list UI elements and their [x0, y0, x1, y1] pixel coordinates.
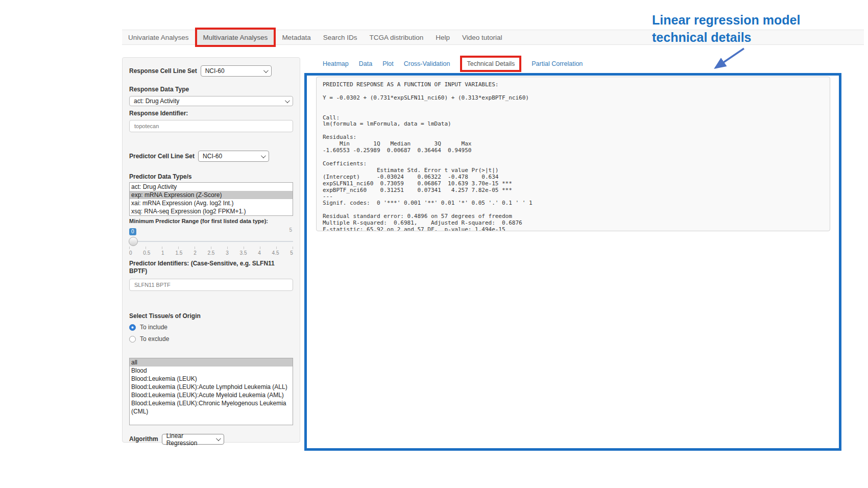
min-predictor-range-slider: 0 5 0 0.5 1 1.5 2 2.5 3 3.5 4 4.5 5 [129, 226, 293, 256]
slider-tick-label: 2 [194, 250, 197, 256]
annotation-line-2: technical details [652, 29, 800, 46]
predictor-cell-line-set-select[interactable]: NCI-60 [198, 151, 269, 162]
slider-tick-label: 4.5 [272, 250, 279, 256]
list-option-selected[interactable]: all [130, 358, 293, 367]
slider-tick-marks [129, 247, 293, 249]
analysis-settings-sidebar: Response Cell Line Set NCI-60 Response D… [122, 57, 300, 443]
nav-item-tcga-distribution[interactable]: TCGA distribution [363, 30, 429, 44]
tab-technical-details[interactable]: Technical Details [460, 56, 521, 72]
highlighted-results-box: PREDICTED RESPONSE AS A FUNCTION OF INPU… [304, 73, 841, 451]
response-cell-line-set-value: NCI-60 [205, 67, 225, 75]
list-option[interactable]: Blood [130, 367, 293, 375]
response-identifier-label: Response Identifier: [129, 110, 293, 117]
list-option[interactable]: Blood:Leukemia (LEUK):Chronic Myelogenou… [130, 399, 293, 416]
response-cell-line-set-label: Response Cell Line Set [129, 67, 197, 75]
predictor-identifiers-label: Predictor Identifiers: (Case-Sensitive, … [129, 260, 293, 275]
algorithm-label: Algorithm [129, 435, 158, 443]
chevron-down-icon [285, 98, 290, 103]
response-data-type-value: act: Drug Activity [134, 97, 179, 105]
slider-tick-label: 3 [226, 250, 229, 256]
tissue-origin-listbox: all Blood Blood:Leukemia (LEUK) Blood:Le… [129, 358, 293, 425]
slider-handle[interactable] [129, 237, 138, 246]
radio-unselected-icon[interactable] [129, 336, 136, 343]
list-option[interactable]: xai: mRNA Expression (Avg. log2 Int.) [130, 199, 293, 207]
nav-item-help[interactable]: Help [429, 30, 456, 44]
response-identifier-input[interactable] [129, 120, 293, 132]
slider-tick-label: 3.5 [240, 250, 247, 256]
response-data-type-label: Response Data Type [129, 86, 293, 93]
tab-partial-correlation[interactable]: Partial Correlation [532, 60, 583, 67]
radio-to-exclude-label: To exclude [140, 335, 169, 343]
results-tabbar: Heatmap Data Plot Cross-Validation Techn… [323, 54, 583, 74]
tab-data[interactable]: Data [359, 60, 372, 67]
slider-track[interactable] [129, 236, 293, 247]
radio-to-exclude[interactable]: To exclude [129, 335, 293, 343]
predictor-cell-line-set-label: Predictor Cell Line Set [129, 153, 195, 160]
radio-selected-icon[interactable] [129, 324, 136, 331]
slider-tick-label: 0.5 [143, 250, 150, 256]
slider-tick-label: 0 [129, 250, 132, 256]
radio-to-include[interactable]: To include [129, 324, 293, 331]
chevron-down-icon [216, 436, 221, 441]
predictor-identifiers-input[interactable] [129, 279, 293, 291]
nav-item-video-tutorial[interactable]: Video tutorial [456, 30, 509, 44]
annotation-arrow-icon [707, 46, 748, 74]
nav-item-metadata[interactable]: Metadata [276, 30, 317, 44]
tissue-origin-label: Select Tissue/s of Origin [129, 312, 293, 320]
slider-value-badge: 0 [129, 228, 136, 235]
list-option[interactable]: Blood:Leukemia (LEUK):Acute Myeloid Leuk… [130, 391, 293, 399]
list-option[interactable]: Blood:Leukemia (LEUK):Acute Lymphoid Leu… [130, 383, 293, 391]
min-predictor-range-label: Minimum Predictor Range (for first liste… [129, 218, 293, 225]
radio-to-include-label: To include [140, 324, 167, 331]
predictor-data-types-label: Predictor Data Type/s [129, 173, 293, 181]
annotation-line-1: Linear regression model [652, 11, 800, 29]
slider-tick-label: 1.5 [175, 250, 182, 256]
predictor-data-types-listbox: act: Drug Activity exp: mRNA Expression … [129, 182, 293, 216]
model-summary-panel: PREDICTED RESPONSE AS A FUNCTION OF INPU… [316, 77, 830, 231]
slider-tick-label: 1 [161, 250, 164, 256]
list-option[interactable]: Blood:Leukemia (LEUK) [130, 375, 293, 383]
predictor-cell-line-set-value: NCI-60 [203, 153, 222, 160]
list-option[interactable]: xsq: RNA-seq Expression (log2 FPKM+1.) [130, 207, 293, 215]
nav-item-univariate-analyses[interactable]: Univariate Analyses [122, 30, 195, 44]
annotation-text: Linear regression model technical detail… [652, 11, 800, 46]
slider-tick-label: 4 [258, 250, 261, 256]
chevron-down-icon [261, 153, 266, 158]
slider-tick-labels: 0 0.5 1 1.5 2 2.5 3 3.5 4 4.5 5 [129, 250, 293, 256]
tab-heatmap[interactable]: Heatmap [323, 60, 349, 67]
algorithm-value: Linear Regression [166, 432, 216, 447]
nav-item-search-ids[interactable]: Search IDs [317, 30, 364, 44]
list-option[interactable]: act: Drug Activity [130, 183, 293, 191]
algorithm-select[interactable]: Linear Regression [162, 434, 224, 445]
slider-max-label: 5 [289, 227, 292, 233]
slider-tick-label: 5 [290, 250, 293, 256]
response-data-type-select[interactable]: act: Drug Activity [129, 96, 293, 106]
chevron-down-icon [263, 68, 269, 73]
response-cell-line-set-select[interactable]: NCI-60 [201, 65, 272, 77]
nav-item-multivariate-analyses[interactable]: Multivariate Analyses [195, 28, 276, 47]
slider-tick-label: 2.5 [207, 250, 214, 256]
model-summary-output: PREDICTED RESPONSE AS A FUNCTION OF INPU… [323, 82, 824, 231]
list-option-selected[interactable]: exp: mRNA Expression (Z-Score) [130, 191, 293, 199]
tab-cross-validation[interactable]: Cross-Validation [404, 60, 450, 67]
tab-plot[interactable]: Plot [382, 60, 394, 67]
